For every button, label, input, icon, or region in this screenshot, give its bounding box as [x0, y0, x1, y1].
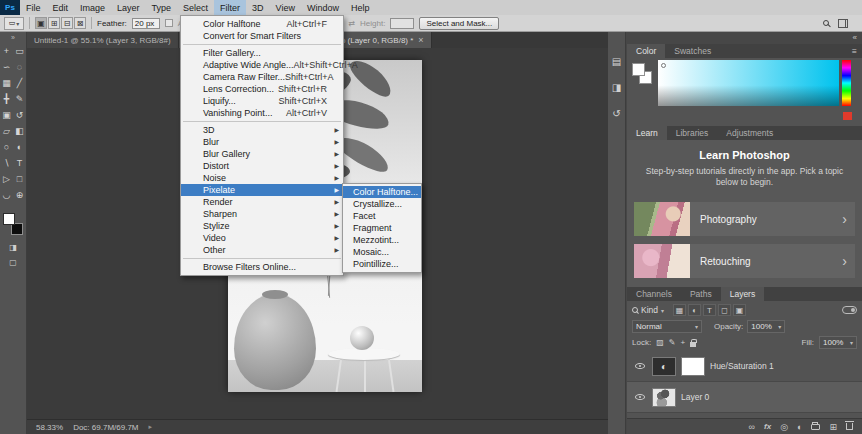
filter-menu-item[interactable]: Camera Raw Filter... Shift+Ctrl+A — [181, 71, 343, 83]
tab-libraries[interactable]: Libraries — [667, 126, 718, 140]
hue-slider[interactable] — [842, 60, 851, 106]
filter-menu-item[interactable]: Liquify... Shift+Ctrl+X — [181, 95, 343, 107]
layer-name[interactable]: Hue/Saturation 1 — [710, 361, 774, 371]
filter-menu-item[interactable]: Stylize ▶ — [181, 220, 343, 232]
tool-button[interactable]: ∽ — [0, 59, 13, 75]
tab-swatches[interactable]: Swatches — [665, 44, 720, 58]
close-icon[interactable]: × — [418, 35, 423, 45]
filter-menu-item[interactable]: Video ▶ — [181, 232, 343, 244]
foreground-color-chip[interactable] — [632, 63, 645, 76]
screen-mode-icon[interactable]: ▢ — [9, 258, 17, 267]
submenu-item[interactable]: Mezzotint... — [343, 234, 421, 246]
menu-item[interactable]: View — [270, 0, 301, 15]
layer-filter-icon[interactable]: T — [703, 304, 716, 316]
color-ramp-red-swatch[interactable] — [843, 112, 852, 120]
tool-button[interactable]: ▱ — [0, 123, 13, 139]
filter-menu-item[interactable]: Sharpen ▶ — [181, 208, 343, 220]
filter-menu-item[interactable]: Browse Filters Online... — [181, 261, 343, 273]
menu-item[interactable]: Help — [345, 0, 376, 15]
selection-mode-icon[interactable]: ⊞ — [48, 17, 60, 29]
layer-row-layer-0[interactable]: Layer 0 — [627, 382, 862, 413]
tool-button[interactable]: ▣ — [0, 107, 13, 123]
tab-paths[interactable]: Paths — [681, 287, 721, 301]
libraries-panel-icon[interactable]: ◨ — [612, 82, 621, 93]
tool-preset-button[interactable]: ▭ ▾ — [4, 17, 24, 30]
tab-channels[interactable]: Channels — [627, 287, 681, 301]
submenu-item[interactable]: Fragment — [343, 222, 421, 234]
height-input[interactable] — [390, 18, 414, 29]
feather-input[interactable]: 20 px — [132, 18, 160, 29]
adjustment-layer-thumbnail[interactable]: ◐ — [652, 357, 676, 376]
fill-select[interactable]: 100% ▾ — [819, 336, 857, 349]
lock-position-icon[interactable]: + — [680, 338, 685, 347]
submenu-item[interactable]: Pointillize... — [343, 258, 421, 270]
menu-item[interactable]: Layer — [111, 0, 146, 15]
filter-menu-item[interactable]: Color Halftone Alt+Ctrl+F — [181, 18, 343, 30]
tool-button[interactable]: ◧ — [13, 123, 26, 139]
lock-pixels-icon[interactable]: ✎ — [669, 338, 676, 347]
opacity-select[interactable]: 100% ▾ — [747, 320, 785, 333]
toolbar-expand-icon[interactable]: » — [11, 32, 15, 43]
layer-style-icon[interactable]: fx — [764, 422, 771, 431]
layer-mask-thumbnail[interactable] — [681, 357, 705, 376]
layer-filter-icon[interactable]: ▣ — [733, 304, 746, 316]
menu-item[interactable]: Filter — [214, 0, 246, 15]
menu-item[interactable]: Edit — [47, 0, 75, 15]
layer-filter-icon[interactable]: ◻ — [718, 304, 731, 316]
tool-button[interactable]: ◌ — [13, 59, 26, 75]
workspace-switcher-icon[interactable] — [838, 19, 848, 28]
menu-item[interactable]: Type — [146, 0, 178, 15]
filter-menu-item[interactable]: Distort ▶ — [181, 160, 343, 172]
layer-name[interactable]: Layer 0 — [681, 392, 709, 402]
filter-menu-item[interactable]: Noise ▶ — [181, 172, 343, 184]
tool-button[interactable]: ▭ — [13, 43, 26, 59]
tool-button[interactable]: ▦ — [0, 75, 13, 91]
tool-button[interactable]: □ — [13, 171, 26, 187]
tool-button[interactable]: T — [13, 155, 26, 171]
selection-mode-icon[interactable]: ⊠ — [74, 17, 86, 29]
menu-item[interactable]: Window — [301, 0, 345, 15]
tool-button[interactable]: + — [0, 43, 13, 59]
tab-adjustments[interactable]: Adjustments — [717, 126, 782, 140]
selection-mode-icon[interactable]: ▣ — [35, 17, 47, 29]
search-icon[interactable] — [823, 20, 829, 26]
visibility-toggle[interactable] — [632, 363, 647, 369]
submenu-item[interactable]: Mosaic... — [343, 246, 421, 258]
status-options-icon[interactable]: ▸ — [149, 423, 153, 431]
filter-menu-item[interactable]: 3D ▶ — [181, 124, 343, 136]
menu-item[interactable]: 3D — [246, 0, 270, 15]
blend-mode-select[interactable]: Normal ▾ — [632, 320, 702, 333]
selection-mode-icon[interactable]: ⊟ — [61, 17, 73, 29]
color-picker-cursor[interactable] — [661, 63, 666, 68]
filter-menu-item[interactable]: Other ▶ — [181, 244, 343, 256]
history-panel-icon[interactable]: ↺ — [612, 108, 620, 119]
tool-button[interactable]: ◐ — [13, 139, 26, 155]
submenu-item[interactable]: Facet — [343, 210, 421, 222]
tool-button[interactable]: ↺ — [13, 107, 26, 123]
new-layer-icon[interactable]: ⊞ — [829, 422, 837, 432]
lock-transparency-icon[interactable]: ▨ — [656, 338, 664, 347]
filter-menu-item[interactable]: Vanishing Point... Alt+Ctrl+V — [181, 107, 343, 119]
filter-menu-item[interactable]: Convert for Smart Filters — [181, 30, 343, 42]
menu-item[interactable]: Image — [74, 0, 111, 15]
panel-menu-icon[interactable]: ≡ — [852, 44, 862, 58]
tool-button[interactable]: ▷ — [0, 171, 13, 187]
filtering-toggle[interactable] — [842, 306, 857, 314]
filter-menu-item[interactable]: Lens Correction... Shift+Ctrl+R — [181, 83, 343, 95]
tab-layers[interactable]: Layers — [721, 287, 765, 301]
submenu-item[interactable]: Crystallize... — [343, 198, 421, 210]
tab-learn[interactable]: Learn — [627, 126, 667, 140]
layer-thumbnail[interactable] — [652, 388, 676, 407]
lock-all-icon[interactable] — [690, 342, 696, 347]
properties-panel-icon[interactable]: ▤ — [612, 56, 621, 67]
add-mask-icon[interactable]: ◎ — [780, 422, 788, 432]
submenu-item[interactable]: Color Halftone... — [343, 186, 421, 198]
select-and-mask-button[interactable]: Select and Mask... — [419, 17, 499, 30]
menu-item[interactable]: File — [20, 0, 47, 15]
quick-mask-icon[interactable]: ◨ — [9, 243, 17, 252]
learn-item-photography[interactable]: Photography › — [634, 202, 855, 236]
visibility-toggle[interactable] — [632, 394, 647, 400]
filter-menu-item[interactable]: Pixelate ▶ — [181, 184, 343, 196]
tool-button[interactable]: ✎ — [13, 91, 26, 107]
link-layers-icon[interactable]: ∞ — [749, 422, 755, 432]
